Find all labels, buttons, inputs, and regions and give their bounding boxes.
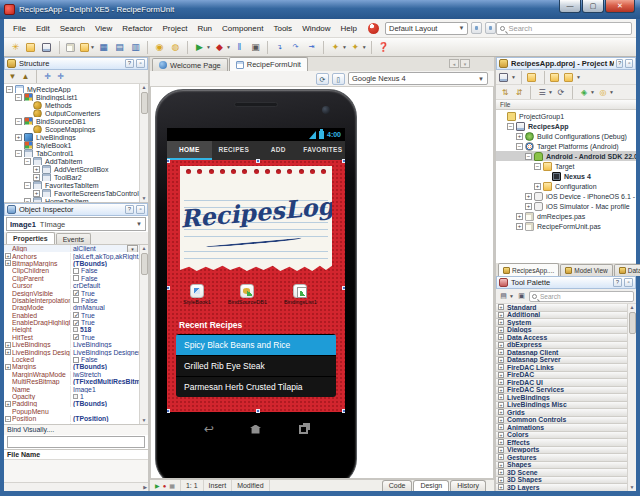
chevron-down-icon[interactable]: ▼ [576, 74, 581, 80]
property-value-cell[interactable]: LiveBindings [70, 341, 139, 348]
panel-help-icon[interactable]: ? [125, 59, 134, 68]
category-expander-icon[interactable] [498, 447, 504, 453]
project-tree-item[interactable]: Android - Android SDK 22.0.1 32bit [496, 151, 636, 161]
tree-expander-icon[interactable] [24, 158, 31, 165]
property-row[interactable]: Height 518 [4, 326, 139, 333]
property-expander-icon[interactable] [5, 349, 11, 355]
property-value-cell[interactable]: 0 [70, 423, 139, 424]
recipe-list-item[interactable]: Parmesan Herb Crusted Tilapia [176, 376, 336, 397]
property-row[interactable]: Cursor crDefault [4, 282, 139, 289]
project-tree-item[interactable]: Build Configurations (Debug) [496, 131, 636, 141]
refresh-preview-icon[interactable]: ⟳ [316, 73, 329, 85]
tree-expander-icon[interactable] [525, 203, 532, 210]
property-value-cell[interactable]: dmManual [70, 304, 139, 311]
bind-visually-link[interactable]: Bind Visually.... [4, 424, 148, 435]
property-row[interactable]: Opacity 1 [4, 393, 139, 400]
save-as-icon[interactable]: ▤ [112, 40, 127, 55]
add-to-project-icon[interactable] [550, 71, 562, 83]
tree-expander-icon[interactable] [516, 133, 523, 140]
project-tree-item[interactable]: Nexus 4 [496, 171, 636, 181]
selection-handle[interactable] [167, 159, 170, 163]
home-icon[interactable] [250, 425, 261, 434]
property-value-cell[interactable]: crDefault [70, 282, 139, 289]
property-row[interactable]: Name Image1 [4, 385, 139, 392]
property-value-cell[interactable]: True [70, 312, 139, 319]
property-checkbox[interactable] [73, 312, 79, 318]
panel-close-icon[interactable]: ▫ [624, 278, 633, 287]
property-value-cell[interactable]: LiveBindings Designer [70, 349, 139, 356]
category-expander-icon[interactable] [498, 402, 504, 408]
selection-handle[interactable] [167, 409, 170, 413]
property-row[interactable]: Padding (TBounds) [4, 400, 139, 407]
palette-category[interactable]: LiveBindings Misc [496, 402, 627, 410]
property-value-cell[interactable]: (TPosition) [70, 415, 139, 422]
menu-item[interactable]: Run [192, 22, 217, 35]
object-inspector-header[interactable]: Object Inspector ? ▫ [4, 203, 148, 216]
property-row[interactable]: Align alClient [4, 245, 139, 252]
panel-help-icon[interactable]: ? [613, 278, 622, 287]
maximize-button[interactable]: ▢ [582, 0, 604, 13]
refresh-icon[interactable]: ⟳ [555, 86, 567, 98]
palette-category[interactable]: Grids [496, 409, 627, 417]
app-tab[interactable]: HOME [167, 141, 212, 160]
view-tab[interactable]: Code [382, 480, 413, 491]
app-tab[interactable]: ADD [256, 141, 301, 160]
property-expander-icon[interactable] [5, 260, 11, 266]
right-dock-tab[interactable]: Data Explorer [614, 264, 640, 276]
form-designer-canvas[interactable]: 4:00 HOME RECIPES ADD [150, 87, 494, 479]
project-tree-item[interactable]: iOS Simulator - Mac profile [496, 201, 636, 211]
palette-category[interactable]: Viewports [496, 447, 627, 455]
property-row[interactable]: MarginWrapMode iwStretch [4, 371, 139, 378]
tree-expander-icon[interactable] [534, 183, 541, 190]
property-row[interactable]: LiveBindings LiveBindings [4, 341, 139, 348]
help-insight-icon[interactable]: ❓ [376, 40, 391, 55]
nonvisual-component[interactable]: BindSourceDB1 [228, 284, 267, 305]
right-dock-tab[interactable]: Model View [560, 264, 612, 276]
record-macro-icon[interactable]: ● [163, 483, 167, 489]
project-tree-item[interactable]: Target Platforms (Android) [496, 141, 636, 151]
panel-close-icon[interactable]: ▫ [625, 59, 633, 68]
property-expander-icon[interactable] [5, 253, 11, 259]
new-project-icon[interactable] [527, 71, 539, 83]
category-expander-icon[interactable] [498, 334, 504, 340]
property-value-cell[interactable]: Image1 [70, 386, 139, 393]
view-tab[interactable]: Design [413, 480, 449, 491]
property-checkbox[interactable] [73, 290, 79, 296]
category-expander-icon[interactable] [498, 372, 504, 378]
save-layout-icon[interactable] [471, 22, 482, 34]
inspector-scrollbar[interactable]: ▲ ▼ [139, 245, 148, 424]
forward-dropdown-icon[interactable]: ▼ [362, 44, 367, 50]
palette-category[interactable]: Common Controls [496, 417, 627, 425]
project-tree-item[interactable]: RecipesApp [496, 121, 636, 131]
property-value-cell[interactable]: alClient [70, 245, 139, 252]
property-value-cell[interactable]: 1 [70, 393, 139, 400]
property-row[interactable]: ClipParent False [4, 275, 139, 282]
property-row[interactable]: DisableInterpolation False [4, 297, 139, 304]
palette-category[interactable]: Standard [496, 304, 627, 312]
scrollbar-thumb[interactable] [629, 312, 636, 334]
build-project-icon[interactable]: ◈ [578, 86, 590, 98]
panel-help-icon[interactable]: ? [616, 59, 624, 68]
category-expander-icon[interactable] [498, 304, 504, 310]
property-checkbox[interactable] [73, 357, 79, 363]
save-icon[interactable]: ▦ [96, 40, 111, 55]
palette-category[interactable]: FireDAC Links [496, 364, 627, 372]
selection-handle[interactable] [256, 409, 260, 413]
tree-expander-icon[interactable] [525, 193, 532, 200]
program-reset-icon[interactable]: ▣ [248, 40, 263, 55]
open-file-icon[interactable] [24, 40, 39, 55]
palette-category[interactable]: 3D Shapes [496, 477, 627, 485]
property-value-cell[interactable]: False [70, 275, 139, 282]
project-tree-item[interactable]: Configuration [496, 181, 636, 191]
palette-search-input[interactable]: Search [529, 291, 634, 302]
menu-item[interactable]: Window [297, 22, 335, 35]
property-row[interactable]: Anchors [akLeft,akTop,akRight,akBottom] [4, 252, 139, 259]
step-over-icon[interactable]: ↷ [288, 40, 303, 55]
structure-tree-item[interactable]: MyRecipeApp [4, 85, 139, 93]
palette-category[interactable]: dbExpress [496, 342, 627, 350]
palette-category[interactable]: Datasnap Client [496, 349, 627, 357]
property-expander-icon[interactable] [5, 342, 11, 348]
palette-category[interactable]: 3D Layers [496, 484, 627, 491]
scroll-right-icon[interactable]: ▶ [143, 484, 147, 490]
open-project-icon[interactable] [40, 40, 55, 55]
